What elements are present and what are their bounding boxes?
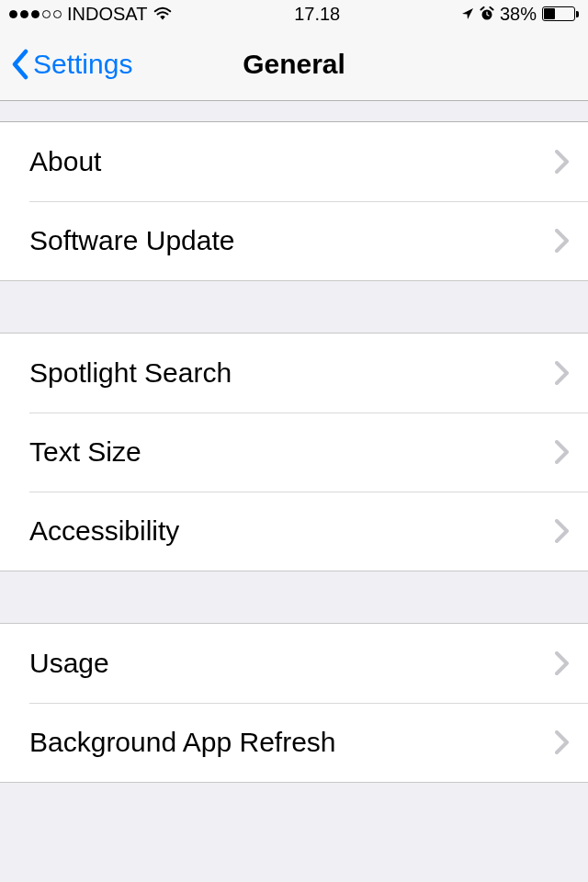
row-label: About	[29, 146, 555, 177]
chevron-left-icon	[11, 49, 29, 80]
chevron-right-icon	[555, 730, 570, 754]
battery-fill	[544, 8, 555, 19]
status-left: INDOSAT	[9, 4, 173, 25]
chevron-right-icon	[555, 361, 570, 385]
group-spacer	[0, 571, 588, 623]
status-time: 17.18	[294, 4, 340, 25]
battery-percent: 38%	[500, 4, 537, 25]
row-label: Text Size	[29, 436, 555, 468]
settings-group-1: Spotlight Search Text Size Accessibility	[0, 333, 588, 571]
status-bar: INDOSAT 17.18 38%	[0, 0, 588, 28]
chevron-right-icon	[555, 150, 570, 174]
row-label: Accessibility	[29, 515, 555, 547]
row-software-update[interactable]: Software Update	[0, 201, 588, 280]
carrier-label: INDOSAT	[67, 4, 147, 25]
signal-strength-icon	[9, 10, 62, 18]
chevron-right-icon	[555, 229, 570, 253]
group-spacer	[0, 281, 588, 333]
nav-bar: Settings General	[0, 28, 588, 101]
settings-group-2: Usage Background App Refresh	[0, 623, 588, 783]
alarm-icon	[480, 6, 494, 21]
wifi-icon	[153, 6, 173, 22]
row-label: Spotlight Search	[29, 357, 555, 389]
row-spotlight-search[interactable]: Spotlight Search	[0, 334, 588, 413]
row-background-app-refresh[interactable]: Background App Refresh	[0, 703, 588, 782]
row-label: Usage	[29, 648, 555, 679]
row-label: Background App Refresh	[29, 727, 555, 758]
row-about[interactable]: About	[0, 122, 588, 201]
row-usage[interactable]: Usage	[0, 624, 588, 703]
settings-group-0: About Software Update	[0, 121, 588, 281]
location-icon	[461, 7, 474, 20]
page-title: General	[243, 49, 345, 80]
status-right: 38%	[461, 4, 579, 25]
battery-icon	[542, 6, 579, 21]
back-label: Settings	[33, 49, 132, 80]
chevron-right-icon	[555, 440, 570, 464]
row-accessibility[interactable]: Accessibility	[0, 492, 588, 571]
chevron-right-icon	[555, 651, 570, 675]
back-button[interactable]: Settings	[11, 49, 132, 80]
row-text-size[interactable]: Text Size	[0, 413, 588, 492]
row-label: Software Update	[29, 225, 555, 256]
chevron-right-icon	[555, 519, 570, 543]
